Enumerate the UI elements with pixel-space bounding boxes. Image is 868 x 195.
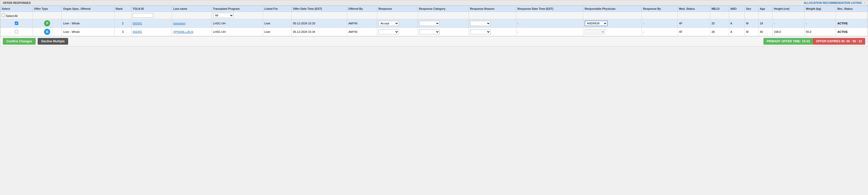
row2-listed-for: Liver xyxy=(263,28,291,36)
row2-response-date-time: - xyxy=(516,28,583,36)
footer-bar: Confirm Changes Decline Multiple PRIMARY… xyxy=(0,36,868,46)
expires-time-value: 00 : 55 : 21 xyxy=(846,39,862,43)
row2-age: 40 xyxy=(758,28,772,36)
row1-offer-type-badge: P xyxy=(44,20,50,26)
tgln-id-filter-input[interactable] xyxy=(133,13,153,18)
row1-response-reason-cell[interactable] xyxy=(469,19,516,28)
row2-response-by: - xyxy=(642,28,678,36)
col-response-by: Response By xyxy=(642,6,678,12)
filter-transplant-program[interactable]: All LHSC-UH Other xyxy=(212,12,263,19)
col-weight: Weight (kg) xyxy=(804,6,836,12)
col-response-category: Response Category xyxy=(417,6,469,12)
row2-badge-cell: B xyxy=(33,28,62,36)
transplant-program-filter-select[interactable]: All LHSC-UH Other xyxy=(213,13,234,18)
row1-response-cell[interactable]: Accept Decline Hold xyxy=(377,19,417,28)
col-rec-status: Rec. Status xyxy=(836,6,868,12)
row1-response-category-cell[interactable] xyxy=(417,19,469,28)
col-meld: MELD xyxy=(710,6,729,12)
col-response-reason: Response Reason xyxy=(469,6,516,12)
row2-response-reason-cell[interactable] xyxy=(469,28,516,36)
expires-label: OFFER EXPIRES IN: xyxy=(816,39,845,43)
col-offer-date-time: Offer Date Time (EST) xyxy=(291,6,347,12)
header-bar: OFFER RESPONSES ALLOCATION RECOMMENDATIO… xyxy=(0,0,868,6)
row2-last-name-link[interactable]: XPNSMLLJALN xyxy=(173,30,193,33)
row1-sex: M xyxy=(745,19,758,28)
row1-response-reason-select[interactable] xyxy=(470,21,491,26)
confirm-changes-button[interactable]: Confirm Changes xyxy=(3,38,36,45)
row1-select-cell[interactable] xyxy=(1,19,33,28)
row2-weight: 55.0 xyxy=(804,28,836,36)
col-last-name: Last name xyxy=(172,6,212,12)
offer-responses-table: Select Offer Type Organ Spec. Offered Ra… xyxy=(0,6,868,36)
row1-height: - xyxy=(772,19,804,28)
row2-tgln-id[interactable]: 650391 xyxy=(131,28,172,36)
col-select: Select xyxy=(1,6,33,12)
row2-response-category-select[interactable] xyxy=(419,29,440,34)
row1-weight: - xyxy=(804,19,836,28)
table-header-row: Select Offer Type Organ Spec. Offered Ra… xyxy=(1,6,868,12)
row1-response-category-select[interactable] xyxy=(419,21,440,26)
row2-response-reason-select[interactable] xyxy=(470,29,491,34)
row1-last-name-link[interactable]: transiston xyxy=(173,22,185,25)
offer-responses-panel: OFFER RESPONSES ALLOCATION RECOMMENDATIO… xyxy=(0,0,868,47)
footer-left: Confirm Changes Decline Multiple xyxy=(3,38,68,45)
col-responsible-physician: Responsible Physician xyxy=(583,6,642,12)
col-age: Age xyxy=(758,6,772,12)
row1-organ: Liver - Whole xyxy=(62,19,114,28)
decline-multiple-button[interactable]: Decline Multiple xyxy=(38,38,68,45)
row1-response-select[interactable]: Accept Decline Hold xyxy=(378,21,399,26)
col-abo: ABO xyxy=(729,6,745,12)
col-med-status: Med. Status xyxy=(678,6,710,12)
table-row: B Liver - Whole 3 650391 XPNSMLLJALN LHS… xyxy=(1,28,868,36)
row1-checkbox[interactable] xyxy=(15,22,18,25)
row1-rec-status: ACTIVE xyxy=(836,19,868,28)
row1-responsible-physician-cell[interactable]: ANDREW OTHER xyxy=(583,19,642,28)
col-height: Height (cm) xyxy=(772,6,804,12)
primary-offer-time-display: PRIMARY OFFER TIME: 15:33 xyxy=(764,38,813,45)
row1-badge-cell: P xyxy=(33,19,62,28)
row1-rank: 2 xyxy=(114,19,131,28)
filter-tgln-id[interactable] xyxy=(131,12,172,19)
primary-offer-time-value: 15:33 xyxy=(802,39,810,43)
row2-response-category-cell[interactable] xyxy=(417,28,469,36)
row1-transplant-program: LHSC-UH xyxy=(212,19,263,28)
row2-height: 158.0 xyxy=(772,28,804,36)
footer-right: PRIMARY OFFER TIME: 15:33 OFFER EXPIRES … xyxy=(764,38,865,45)
select-all-checkbox[interactable] xyxy=(2,13,5,17)
row1-physician-select[interactable]: ANDREW OTHER xyxy=(585,21,608,26)
filter-row: Select All All LHSC-UH Other xyxy=(1,12,868,19)
row2-tgln-link[interactable]: 650391 xyxy=(133,30,142,33)
row2-response-select[interactable]: Accept Decline Hold xyxy=(378,29,399,34)
col-tgln-id: TGLN ID xyxy=(131,6,172,12)
row2-abo: A xyxy=(729,28,745,36)
col-organ-spec: Organ Spec. Offered xyxy=(62,6,114,12)
row2-offered-by: AMYNI xyxy=(347,28,377,36)
row2-med-status: 4F xyxy=(678,28,710,36)
primary-offer-label: PRIMARY OFFER TIME: xyxy=(767,39,801,43)
col-offered-by: Offered By xyxy=(347,6,377,12)
row2-physician-select[interactable]: ANDREW OTHER xyxy=(585,29,605,34)
row2-select-cell[interactable] xyxy=(1,28,33,36)
row1-tgln-id[interactable]: 650341 xyxy=(131,19,172,28)
row2-organ: Liver - Whole xyxy=(62,28,114,36)
filter-select-all[interactable]: Select All xyxy=(1,12,33,19)
col-listed-for: Listed For xyxy=(263,6,291,12)
row1-age: 18 xyxy=(758,19,772,28)
row1-abo: A xyxy=(729,19,745,28)
panel-title: OFFER RESPONSES xyxy=(3,1,31,4)
select-all-label: Select All xyxy=(6,15,18,18)
row2-responsible-physician-cell[interactable]: ANDREW OTHER xyxy=(583,28,642,36)
row1-tgln-link[interactable]: 650341 xyxy=(133,22,142,25)
row2-last-name: XPNSMLLJALN xyxy=(172,28,212,36)
row2-checkbox[interactable] xyxy=(15,30,18,33)
allocation-recommendation-link[interactable]: ALLOCATION RECOMMENDATION LISTING ↑ xyxy=(804,1,865,4)
row2-sex: M xyxy=(745,28,758,36)
table-row: P Liver - Whole 2 650341 transiston LHSC… xyxy=(1,19,868,28)
row1-last-name: transiston xyxy=(172,19,212,28)
row2-rank: 3 xyxy=(114,28,131,36)
row2-response-cell[interactable]: Accept Decline Hold xyxy=(377,28,417,36)
row1-offered-by: AMYNI xyxy=(347,19,377,28)
row1-meld: 20 xyxy=(710,19,729,28)
row2-meld: 28 xyxy=(710,28,729,36)
col-sex: Sex xyxy=(745,6,758,12)
